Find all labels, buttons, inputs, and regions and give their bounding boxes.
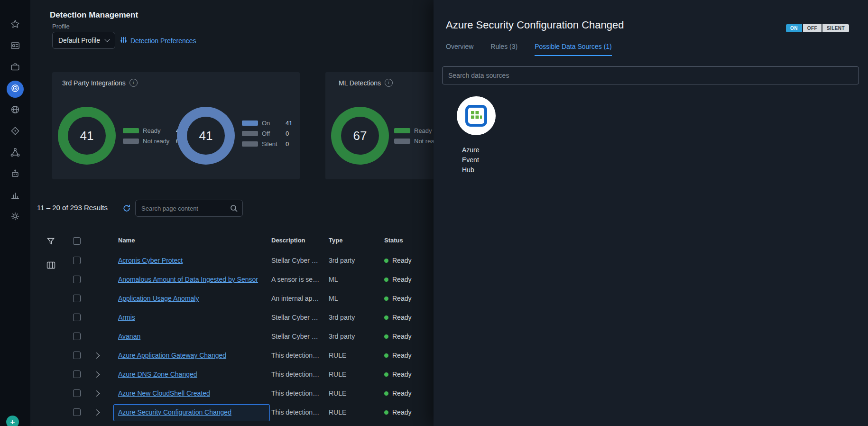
detection-name-link[interactable]: Armis [118, 308, 135, 327]
expand-chevron-icon[interactable] [93, 409, 100, 416]
row-description: An internal ap… [271, 289, 319, 308]
legend-label: Not ready [143, 138, 172, 145]
table-row-selected[interactable]: Azure Security Configuration Changed Thi… [0, 403, 434, 422]
panel-tabs: Overview Rules (3) Possible Data Sources… [446, 43, 612, 56]
detection-name-link[interactable]: Application Usage Anomaly [118, 289, 199, 308]
legend-swatch [394, 139, 410, 144]
row-checkbox[interactable] [73, 389, 81, 397]
third-party-integrations-card: 3rd Party Integrations i 41 Ready41 Not … [52, 72, 300, 179]
refresh-icon[interactable] [122, 204, 131, 214]
row-status: Ready [384, 251, 411, 270]
expand-chevron-icon[interactable] [93, 390, 100, 397]
tab-overview[interactable]: Overview [446, 43, 473, 56]
legend-swatch [242, 141, 258, 147]
sidebar-item-dashboards[interactable] [7, 38, 24, 55]
row-type: ML [329, 289, 338, 308]
legend-label: Silent [262, 140, 282, 148]
table-row[interactable]: Azure Application Gateway Changed This d… [0, 346, 434, 365]
tab-possible-data-sources[interactable]: Possible Data Sources (1) [535, 43, 612, 56]
sidebar-item-hunting[interactable] [7, 102, 24, 119]
row-description: This detection… [271, 403, 319, 422]
table-row[interactable]: Acronis Cyber Protect Stellar Cyber … 3r… [0, 251, 434, 270]
results-count: 11 – 20 of 293 Results [37, 204, 108, 212]
donut-value: 41 [68, 117, 106, 155]
sidebar-item-detections[interactable] [7, 81, 24, 98]
row-status: Ready [384, 270, 411, 289]
row-checkbox[interactable] [73, 333, 81, 340]
row-checkbox[interactable] [73, 370, 81, 378]
table-row[interactable]: Azure DNS Zone Changed This detection… R… [0, 365, 434, 384]
column-header-description[interactable]: Description [271, 237, 305, 244]
expand-chevron-icon[interactable] [93, 371, 100, 378]
detection-name-link[interactable]: Anomalous Amount of Data Ingested by Sen… [118, 270, 258, 289]
sidebar-item-assets[interactable] [7, 123, 24, 140]
table-row[interactable]: Anomalous Amount of Data Ingested by Sen… [0, 270, 434, 289]
data-source-tile[interactable]: Azure Event Hub [457, 96, 504, 137]
settings-icon [10, 211, 20, 223]
profile-dropdown-value: Default Profile [58, 37, 100, 44]
sidebar-item-favorites[interactable] [7, 17, 24, 34]
row-checkbox[interactable] [73, 352, 81, 359]
row-status: Ready [384, 327, 411, 346]
sidebar-item-automation[interactable] [7, 166, 24, 183]
sidebar-item-settings[interactable] [7, 209, 24, 226]
detection-name-link[interactable]: Azure New CloudShell Created [118, 384, 210, 403]
table-row[interactable]: Armis Stellar Cyber … 3rd party Ready [0, 308, 434, 327]
status-dot-icon [384, 296, 388, 301]
table-row[interactable]: Azure New CloudShell Created This detect… [0, 384, 434, 403]
detection-name-link[interactable]: Avanan [118, 327, 140, 346]
row-status: Ready [384, 403, 411, 422]
star-icon [10, 19, 20, 31]
table-row[interactable]: Avanan Stellar Cyber … 3rd party Ready [0, 327, 434, 346]
status-dot-icon [384, 334, 388, 339]
status-dot-icon [384, 278, 388, 282]
sliders-icon [120, 36, 127, 45]
info-icon[interactable]: i [385, 79, 393, 87]
legend-label: Ready [143, 127, 172, 134]
column-header-status[interactable]: Status [384, 237, 403, 244]
page-search-input[interactable] [136, 200, 242, 216]
detection-name-link[interactable]: Azure Security Configuration Changed [118, 403, 231, 422]
row-type: 3rd party [329, 327, 355, 346]
info-icon[interactable]: i [129, 79, 138, 87]
row-checkbox[interactable] [73, 257, 81, 264]
sidebar-item-reports[interactable] [7, 187, 24, 204]
select-all-checkbox[interactable] [73, 237, 81, 245]
toggle-off-button[interactable]: OFF [803, 24, 822, 32]
detection-name-link[interactable]: Azure Application Gateway Changed [118, 346, 226, 365]
toggle-on-button[interactable]: ON [786, 24, 802, 32]
row-checkbox[interactable] [73, 295, 81, 302]
column-header-type[interactable]: Type [329, 237, 342, 244]
toggle-silent-button[interactable]: SILENT [822, 24, 849, 32]
expand-chevron-icon[interactable] [93, 352, 100, 359]
tab-rules[interactable]: Rules (3) [490, 43, 517, 56]
row-description: Stellar Cyber … [271, 327, 318, 346]
row-type: 3rd party [329, 308, 355, 327]
row-status: Ready [384, 308, 411, 327]
row-checkbox[interactable] [73, 408, 81, 416]
add-button[interactable]: + [6, 416, 19, 426]
sidebar-item-cases[interactable] [7, 59, 24, 76]
table-header: Name Description Type Status [0, 235, 434, 248]
donut-value: 41 [187, 117, 225, 155]
row-type: RULE [329, 403, 346, 422]
data-source-search-input[interactable] [443, 67, 859, 84]
legend-swatch [242, 120, 258, 126]
row-type: RULE [329, 365, 346, 384]
legend-swatch [242, 131, 258, 136]
app-root: + Detection Management Profile Default P… [0, 0, 868, 426]
table-row[interactable]: Application Usage Anomaly An internal ap… [0, 289, 434, 308]
row-status: Ready [384, 384, 411, 403]
legend-value: 0 [286, 130, 289, 137]
legend-value: 0 [286, 140, 289, 148]
detection-name-link[interactable]: Acronis Cyber Protect [118, 251, 183, 270]
detection-name-link[interactable]: Azure DNS Zone Changed [118, 365, 197, 384]
sidebar-item-correlations[interactable] [7, 145, 24, 162]
row-checkbox[interactable] [73, 276, 81, 283]
profile-dropdown[interactable]: Default Profile [52, 32, 115, 49]
detection-preferences-link[interactable]: Detection Preferences [120, 36, 196, 45]
row-checkbox[interactable] [73, 314, 81, 321]
status-dot-icon [384, 353, 388, 358]
row-status: Ready [384, 365, 411, 384]
column-header-name[interactable]: Name [118, 237, 135, 244]
